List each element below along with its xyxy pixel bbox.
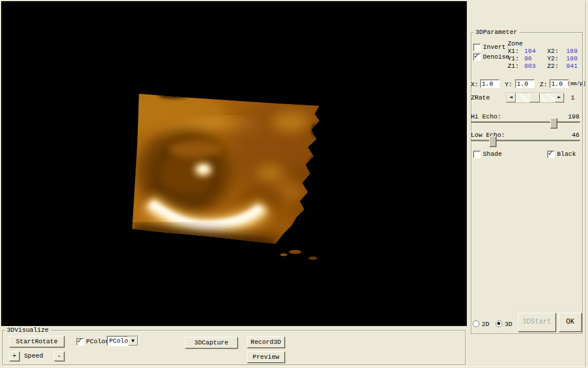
zone-title: Zone [508,40,523,47]
zrate-label: ZRate [471,94,490,101]
scroll-right-icon: ► [555,94,563,101]
pcolor-label: PColor [86,338,109,345]
shade-label: Shade [483,151,502,158]
scale-z-label: Z: [540,81,547,88]
zrate-scrollbar[interactable]: ◄ ► [506,93,564,103]
denoise-label: Denoise [483,53,509,60]
start3d-button[interactable]: 3DStart [518,313,556,332]
mode-2d-radio[interactable] [473,320,479,327]
zone-x2-value: 189 [566,48,578,55]
black-label: Black [557,151,576,158]
bottom-highlight-line [1,366,587,367]
check-icon: ✓ [77,337,82,344]
zone-x2-label: X2: [547,48,559,55]
render-viewport[interactable] [1,1,467,326]
hi-echo-slider-track[interactable] [471,121,581,124]
check-icon: ✓ [548,150,553,157]
zone-z2-label: Z2: [547,63,559,70]
mode-3d-radio[interactable] [496,320,502,327]
zone-y2-label: Y2: [547,55,559,62]
scale-x-label: X: [471,81,478,88]
speed-label: Speed [24,352,43,359]
chevron-down-icon: ▼ [129,337,137,345]
hi-echo-label: Hi Echo: [471,113,501,120]
record3d-button[interactable]: Record3D [247,336,285,348]
speed-minus-button[interactable]: - [54,351,64,361]
right-edge-line [585,1,586,367]
denoise-checkbox[interactable]: ✓ [473,53,481,61]
mode-3d-label: 3D [505,321,512,328]
scale-z-input[interactable] [550,79,569,88]
scale-x-input[interactable] [480,79,500,88]
zrate-scrollbar-thumb[interactable] [529,93,540,102]
zone-z1-value: 803 [524,63,536,70]
check-icon: ✓ [474,52,479,60]
ok-button[interactable]: OK [559,313,582,332]
pcolor-checkbox[interactable]: ✓ [76,338,84,346]
zone-y1-value: 96 [524,55,532,62]
zone-z1-label: Z1: [508,63,519,70]
parameter-groupbox-title: 3DParameter [474,29,519,36]
pcolor-dropdown-button[interactable]: ▼ [128,336,138,346]
low-echo-label: Low Echo: [471,132,505,139]
low-echo-slider-track[interactable] [471,140,581,142]
zone-x1-label: X1: [508,48,519,55]
shade-checkbox[interactable] [473,151,481,158]
zrate-value: 1 [571,94,575,101]
hi-echo-slider-thumb[interactable] [550,118,557,128]
visualize-groupbox-title: 3DVisualize [5,327,51,334]
start-rotate-button[interactable]: StartRotate [9,336,64,347]
radio-dot [497,322,500,325]
low-echo-slider-thumb[interactable] [489,136,496,147]
mode-2d-label: 2D [482,321,489,328]
preview-button[interactable]: Preview [247,351,285,363]
zone-y1-label: Y1: [508,55,519,62]
low-echo-value: 46 [563,132,579,139]
zone-z2-value: 941 [566,63,578,70]
parameter-groupbox: 3DParameter [471,32,583,334]
app-window: 3DParameter Invert ✓ Denoise Zone X1: 10… [0,0,588,368]
scroll-left-icon: ◄ [507,94,515,101]
hi-echo-value: 198 [563,113,579,120]
pcolor-dropdown[interactable]: PColor ▼ [107,336,138,346]
invert-checkbox[interactable] [473,44,481,51]
zrate-scroll-right-button[interactable]: ► [555,93,564,102]
ultrasound-3d-render[interactable] [1,1,467,326]
scale-unit-label: (mm/p) [567,80,586,87]
capture3d-button[interactable]: 3DCapture [185,337,238,348]
zone-y2-value: 180 [566,55,578,62]
speed-plus-button[interactable]: + [9,351,20,361]
black-checkbox[interactable]: ✓ [547,151,555,158]
scale-y-input[interactable] [515,79,535,88]
invert-label: Invert [483,44,506,51]
zone-x1-value: 104 [524,48,536,55]
zrate-scroll-left-button[interactable]: ◄ [506,93,516,102]
scale-y-label: Y: [505,81,512,88]
